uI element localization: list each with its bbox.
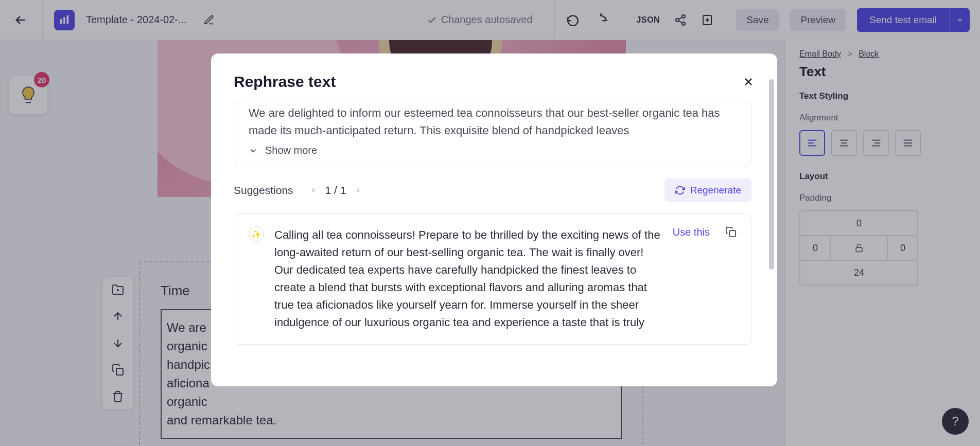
pager-next-icon[interactable] <box>354 187 361 194</box>
pager-count: 1 / 1 <box>325 184 346 197</box>
suggestion-card: ✨ Calling all tea connoisseurs! Prepare … <box>234 213 751 345</box>
close-icon[interactable] <box>742 76 755 88</box>
pager: 1 / 1 <box>310 184 362 197</box>
use-this-button[interactable]: Use this <box>673 226 710 238</box>
modal-body: We are delighted to inform our esteemed … <box>234 101 767 376</box>
ai-icon: ✨ <box>249 226 264 242</box>
regenerate-button[interactable]: Regenerate <box>664 179 751 202</box>
suggestions-header: Suggestions 1 / 1 Regenerate <box>234 179 751 202</box>
modal-title: Rephrase text <box>234 73 336 91</box>
pager-prev-icon[interactable] <box>310 187 317 194</box>
original-text: We are delighted to inform our esteemed … <box>249 104 737 137</box>
svg-rect-9 <box>729 230 736 237</box>
rephrase-modal: Rephrase text We are delighted to inform… <box>211 53 777 386</box>
suggestion-text: Calling all tea connoisseurs! Prepare to… <box>274 226 662 332</box>
suggestions-label: Suggestions <box>234 184 293 197</box>
show-more-button[interactable]: Show more <box>249 145 737 156</box>
copy-icon[interactable] <box>725 226 737 238</box>
original-text-box: We are delighted to inform our esteemed … <box>234 101 751 166</box>
scrollbar[interactable] <box>769 79 774 270</box>
